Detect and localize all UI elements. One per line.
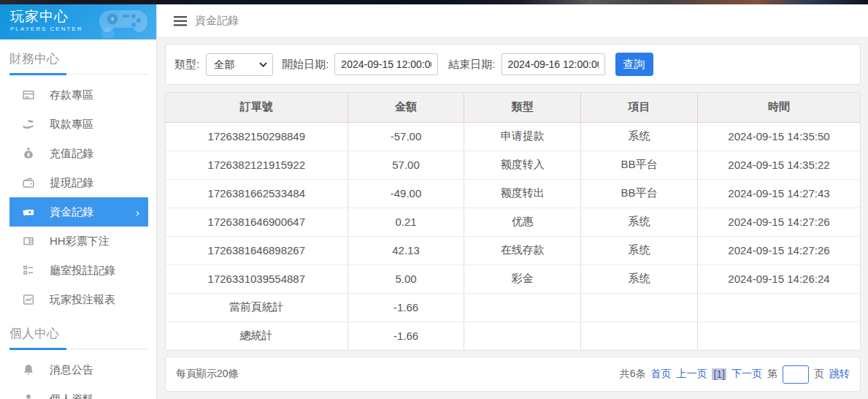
cell-time: 2024-09-15 14:35:50	[697, 122, 860, 151]
cell-amount: -1.66	[347, 322, 464, 350]
cell-type: 申请提款	[464, 122, 581, 151]
table-row: 1726331039554887 5.00 彩金 系统 2024-09-15 1…	[166, 265, 860, 293]
cell-amount: -49.00	[347, 179, 464, 208]
cell-type	[464, 293, 581, 322]
topbar: 資金記錄	[158, 4, 868, 38]
cell-amount: -1.66	[347, 293, 464, 322]
section-title-finance: 財務中心	[9, 50, 148, 75]
wallet-icon	[22, 176, 35, 189]
pagination-bar: 每頁顯示20條 共6条 首页 上一页 [1] 下一页 第 页 跳转	[165, 357, 861, 392]
bell-icon	[22, 363, 35, 376]
section-title-personal: 個人中心	[9, 325, 148, 349]
table-row: 1726382150298849 -57.00 申请提款 系统 2024-09-…	[166, 122, 860, 151]
person-icon	[22, 392, 35, 399]
col-order-no: 訂單號	[166, 93, 347, 122]
brand-title: 玩家中心	[10, 9, 156, 25]
col-time: 時間	[697, 93, 860, 122]
type-label: 類型:	[174, 58, 199, 72]
sidebar-item-label: HH彩票下注	[50, 235, 110, 248]
cell-order-no: 1726331039554887	[166, 265, 347, 293]
jump-suffix-label: 页	[814, 368, 824, 381]
sidebar-item-label: 消息公告	[50, 363, 93, 377]
sidebar-item-fund-records[interactable]: 資金記錄 ›	[9, 197, 148, 227]
prev-page-link[interactable]: 上一页	[676, 368, 707, 381]
brand-subtitle: PLAYERS CENTER	[10, 26, 156, 32]
col-item: 項目	[581, 93, 698, 122]
cell-amount: 0.21	[347, 208, 464, 236]
sidebar-item-hall-bet-records[interactable]: 廳室投註記錄	[9, 256, 148, 285]
jump-button[interactable]: 跳转	[829, 368, 850, 381]
cell-item: 系统	[581, 208, 698, 236]
page-size-text: 每頁顯示20條	[176, 368, 239, 381]
hamburger-icon[interactable]	[174, 16, 187, 26]
sidebar-item-deposit-zone[interactable]: 存款專區	[9, 80, 148, 110]
cell-order-no: 1726381662533484	[166, 179, 347, 208]
sidebar-item-label: 充值記錄	[50, 147, 93, 161]
cell-order-no: 1726382121915922	[166, 151, 347, 179]
personal-menu: 消息公告 個人資料	[0, 355, 156, 399]
sidebar-item-label: 取款專區	[50, 118, 93, 132]
sidebar-item-label: 資金記錄	[50, 205, 93, 219]
cell-time	[697, 293, 860, 322]
end-date-label: 結束日期:	[448, 58, 495, 72]
fund-records-table: 訂單號 金額 類型 項目 時間 1726382150298849 -57.00 …	[166, 93, 860, 350]
cell-item: BB平台	[581, 179, 698, 208]
pager: 共6条 首页 上一页 [1] 下一页 第 页 跳转	[620, 365, 850, 384]
cell-time	[697, 322, 860, 350]
cell-time: 2024-09-15 14:27:43	[697, 179, 860, 208]
next-page-link[interactable]: 下一页	[731, 368, 762, 381]
cell-type: 额度转入	[464, 151, 581, 179]
total-summary-row: 總統計 -1.66	[166, 322, 860, 350]
sidebar-item-hh-lottery-bets[interactable]: HH彩票下注	[9, 227, 148, 256]
table-row: 1726381646898267 42.13 在线存款 系统 2024-09-1…	[166, 236, 860, 265]
records-table-card: 訂單號 金額 類型 項目 時間 1726382150298849 -57.00 …	[165, 92, 861, 351]
sidebar-item-label: 個人資料	[50, 392, 93, 399]
sidebar-item-withdrawal-records[interactable]: 提現記錄	[9, 168, 148, 197]
table-row: 1726382121915922 57.00 额度转入 BB平台 2024-09…	[166, 151, 860, 179]
end-date-input[interactable]	[502, 53, 605, 75]
cell-time: 2024-09-15 14:35:22	[697, 151, 860, 179]
cell-item	[581, 293, 698, 322]
finance-menu: 存款專區 取款專區 充值記錄 提現記錄 資金記錄 ›	[0, 80, 156, 314]
jump-prefix-label: 第	[767, 368, 777, 381]
checklist-icon	[22, 264, 35, 277]
jump-page-input[interactable]	[783, 365, 809, 384]
current-page-summary-row: 當前頁統計 -1.66	[166, 293, 860, 322]
type-select[interactable]: 全部	[206, 53, 273, 76]
filter-bar: 類型: 全部 開始日期: 結束日期: 查詢	[165, 44, 861, 85]
cash-icon	[22, 205, 35, 218]
newspaper-icon	[22, 235, 35, 248]
col-amount: 金額	[347, 93, 464, 122]
main-content: 資金記錄 類型: 全部 開始日期: 結束日期: 查詢 訂單號 金額 類型	[158, 4, 868, 399]
sidebar-item-withdraw-zone[interactable]: 取款專區	[9, 110, 148, 139]
cell-time: 2024-09-15 14:26:24	[697, 265, 860, 293]
cell-order-no: 1726381646900647	[166, 208, 347, 236]
table-header-row: 訂單號 金額 類型 項目 時間	[166, 93, 860, 122]
start-date-input[interactable]	[334, 53, 438, 75]
cell-item: 系统	[581, 265, 698, 293]
cell-amount: 5.00	[347, 265, 464, 293]
cell-type: 彩金	[464, 265, 581, 293]
cell-summary-label: 當前頁統計	[166, 293, 347, 322]
sidebar-item-label: 玩家投注報表	[50, 293, 115, 307]
chevron-right-icon: ›	[136, 207, 139, 218]
sidebar-item-player-bet-report[interactable]: 玩家投注報表	[9, 285, 148, 314]
cell-time: 2024-09-15 14:27:26	[697, 236, 860, 265]
current-page-indicator: [1]	[712, 368, 726, 380]
cell-time: 2024-09-15 14:27:26	[697, 208, 860, 236]
cell-amount: 57.00	[347, 151, 464, 179]
first-page-link[interactable]: 首页	[650, 368, 671, 381]
sidebar-item-announcements[interactable]: 消息公告	[9, 355, 148, 384]
sidebar-item-profile[interactable]: 個人資料	[9, 384, 148, 399]
deposit-card-icon	[22, 88, 35, 102]
sidebar-item-recharge-records[interactable]: 充值記錄	[9, 139, 148, 168]
cell-order-no: 1726381646898267	[166, 236, 347, 265]
withdraw-hand-icon	[22, 118, 35, 131]
total-count-text: 共6条	[620, 368, 646, 381]
cell-item	[581, 322, 698, 350]
sidebar-item-label: 存款專區	[50, 88, 93, 102]
start-date-label: 開始日期:	[282, 58, 329, 72]
search-button[interactable]: 查詢	[615, 53, 653, 76]
cell-amount: 42.13	[347, 236, 464, 265]
table-row: 1726381662533484 -49.00 额度转出 BB平台 2024-0…	[166, 179, 860, 208]
